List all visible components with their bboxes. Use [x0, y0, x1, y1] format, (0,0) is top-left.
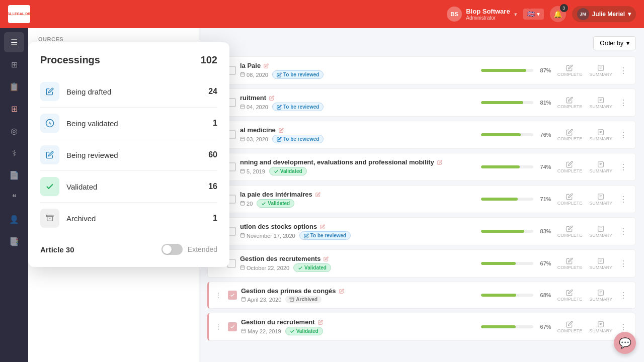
- archived-count: 1: [213, 214, 217, 223]
- svg-rect-65: [46, 215, 53, 217]
- sidebar-item-user[interactable]: 👤: [4, 209, 24, 229]
- draft-count: 24: [208, 87, 217, 96]
- sidebar-item-menu[interactable]: ☰: [4, 32, 24, 52]
- status-list: Being drafted 24 Being validated 1 Being…: [40, 76, 217, 234]
- user-menu-button[interactable]: JM Julie Meriel ▾: [572, 6, 636, 22]
- notification-badge: 3: [560, 4, 568, 12]
- validated-label: Validated: [66, 183, 201, 191]
- content-area: ources ⋮⋮ Finance Accounting 44 ··· ⋮⋮: [28, 28, 644, 362]
- sidebar-item-quote[interactable]: ❝: [4, 187, 24, 207]
- overlay-backdrop: Processings 102 Being drafted 24 Being v…: [28, 28, 644, 362]
- validated-icon: [40, 177, 59, 196]
- toggle-knob: [163, 245, 172, 254]
- validating-label: Being validated: [66, 119, 206, 128]
- status-item-validating[interactable]: Being validated 1: [40, 108, 217, 139]
- validating-icon: [40, 114, 59, 133]
- draft-icon: [40, 82, 59, 101]
- sidebar-item-documents[interactable]: 📋: [4, 76, 24, 97]
- company-chevron: ▾: [514, 11, 517, 18]
- company-name: Blop Software: [466, 8, 510, 15]
- validating-count: 1: [213, 119, 217, 128]
- archived-label: Archived: [66, 214, 206, 223]
- archived-icon: [40, 209, 59, 228]
- draft-label: Being drafted: [66, 87, 201, 96]
- logo: DATA,LEGAL,DRIVE: [8, 5, 30, 23]
- popup-total: 102: [201, 54, 217, 66]
- sidebar-item-medical[interactable]: ⚕: [4, 143, 24, 163]
- status-item-reviewing[interactable]: Being reviewed 60: [40, 139, 217, 171]
- reviewing-count: 60: [208, 150, 217, 159]
- sidebar-item-circle[interactable]: ◎: [4, 121, 24, 141]
- sidebar-item-doc2[interactable]: 📑: [4, 231, 24, 251]
- company-info[interactable]: BS Blop Software Administrator ▾: [447, 7, 517, 22]
- main-layout: ☰ ⊞ 📋 ⊞ ◎ ⚕ 📄 ❝ 👤 📑 ources ⋮⋮ Finance Ac…: [0, 28, 644, 362]
- sidebar-item-file[interactable]: 📄: [4, 165, 24, 185]
- sidebar-item-grid[interactable]: ⊞: [4, 99, 24, 119]
- validated-count: 16: [208, 182, 217, 191]
- reviewing-icon: [40, 145, 59, 164]
- extended-label: Extended: [188, 245, 217, 253]
- chat-icon: 💬: [619, 337, 631, 349]
- nav-right: BS Blop Software Administrator ▾ 🇬🇧 ▾ 🔔 …: [447, 6, 636, 22]
- popup-header: Processings 102: [40, 54, 217, 66]
- top-navigation: DATA,LEGAL,DRIVE BS Blop Software Admini…: [0, 0, 644, 28]
- chat-button[interactable]: 💬: [614, 332, 636, 354]
- article30-row: Article 30 Extended: [40, 236, 217, 255]
- toggle-area: Extended: [162, 244, 217, 255]
- notifications-button[interactable]: 🔔 3: [550, 6, 566, 22]
- language-selector[interactable]: 🇬🇧 ▾: [523, 9, 544, 20]
- reviewing-label: Being reviewed: [66, 151, 201, 159]
- user-avatar: JM: [577, 8, 589, 20]
- company-avatar: BS: [447, 7, 462, 22]
- sidebar-item-dashboard[interactable]: ⊞: [4, 54, 24, 74]
- status-item-validated[interactable]: Validated 16: [40, 171, 217, 203]
- popup-title: Processings: [40, 54, 100, 66]
- nav-left: DATA,LEGAL,DRIVE: [8, 5, 30, 23]
- status-item-draft[interactable]: Being drafted 24: [40, 76, 217, 108]
- article30-label: Article 30: [40, 245, 74, 254]
- processings-popup: Processings 102 Being drafted 24 Being v…: [28, 42, 229, 267]
- sidebar: ☰ ⊞ 📋 ⊞ ◎ ⚕ 📄 ❝ 👤 📑: [0, 28, 28, 362]
- company-role: Administrator: [466, 15, 510, 21]
- company-details: Blop Software Administrator: [466, 8, 510, 21]
- status-item-archived[interactable]: Archived 1: [40, 203, 217, 234]
- article30-toggle[interactable]: [162, 244, 183, 255]
